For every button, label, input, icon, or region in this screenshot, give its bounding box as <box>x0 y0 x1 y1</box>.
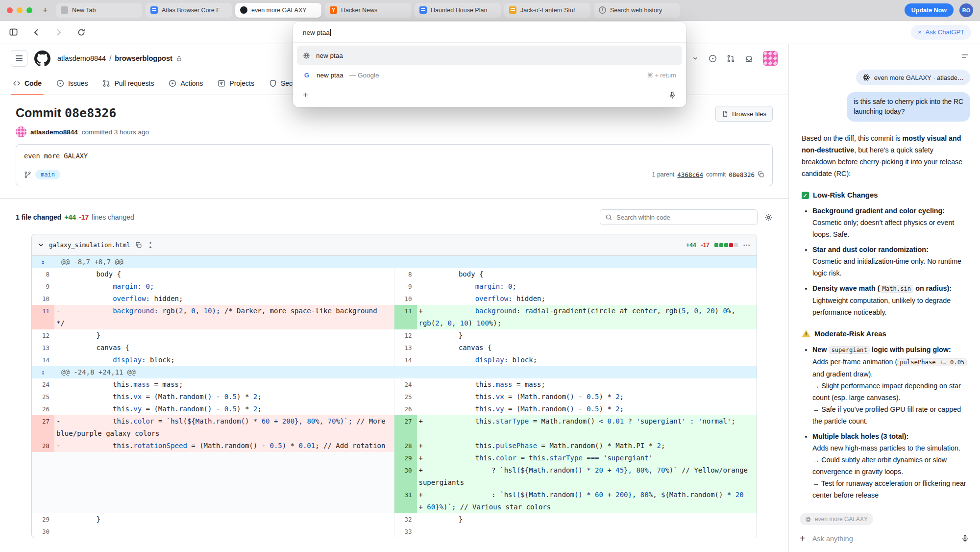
diff-code-cell: } <box>54 513 394 526</box>
diff-line-number: 12 <box>394 329 417 342</box>
kebab-menu-icon[interactable]: ⋯ <box>743 241 751 250</box>
diff-code-cell: } <box>54 329 394 342</box>
doc-yellow-favicon <box>509 6 516 14</box>
close-icon[interactable]: × <box>918 28 922 36</box>
diff-line-number: 11 <box>394 305 417 329</box>
diff-hunk-row: ↕@@ -8,7 +8,7 @@ <box>32 256 757 268</box>
commit-meta: 1 parent 4368c64 commit 08e8326 <box>652 171 764 178</box>
files-changed: 1 file changed <box>16 213 61 221</box>
diff-code-cell: this.vx = (Math.random() - 0.5) * 2; <box>417 391 757 403</box>
diff-code-cell: + this.pulsePhase = Math.random() * Math… <box>417 440 757 452</box>
sidebar-options-icon[interactable] <box>961 52 969 60</box>
diff-row: 30+ ? `hsl(${Math.random() * 20 + 45}, 8… <box>32 464 757 489</box>
browser-tab-haunted-house-plan[interactable]: Haunted House Plan <box>415 3 501 18</box>
chevron-down-icon[interactable] <box>692 55 699 62</box>
expand-hunk-button[interactable]: ↕ <box>32 366 54 378</box>
forward-icon[interactable] <box>54 28 63 37</box>
tab-issues[interactable]: Issues <box>50 72 94 95</box>
browser-tab-atlas-browser-core-e[interactable]: Atlas Browser Core E <box>146 3 232 18</box>
browser-tab-search-web-history[interactable]: Search web history <box>594 3 680 18</box>
profile-avatar[interactable]: RO <box>959 3 973 17</box>
copy-sha-icon[interactable] <box>758 171 764 178</box>
suggestion-row[interactable]: new ptaa <box>297 46 682 65</box>
diff-code-cell: margin: 0; <box>54 280 394 293</box>
expand-hunk-button[interactable]: ↕ <box>32 256 54 268</box>
sidebar-toggle-icon[interactable] <box>9 27 18 37</box>
minimize-window-button[interactable] <box>17 7 23 13</box>
file-name[interactable]: galaxy_simulation.html <box>49 241 130 249</box>
diff-code-cell: this.mass = mass; <box>54 378 394 391</box>
copy-path-icon[interactable] <box>135 242 142 249</box>
file-header: galaxy_simulation.html +44 -17 ⋯ <box>32 234 757 256</box>
search-icon <box>605 214 612 221</box>
diff-code-cell: body { <box>417 268 757 280</box>
diff-row: 29+ this.color = this.starType === 'supe… <box>32 452 757 464</box>
check-icon <box>802 192 809 199</box>
browser-tab-jack-o-lantern-stuf[interactable]: Jack-o'-Lantern Stuf <box>504 3 590 18</box>
update-now-button[interactable]: Update Now <box>905 3 954 17</box>
code-search-input[interactable] <box>616 214 752 221</box>
author-name[interactable]: atlasdemo8844 <box>30 128 78 136</box>
diff-line-number: 8 <box>394 268 417 280</box>
composer-context-chip[interactable]: even more GALAXY <box>800 513 873 525</box>
pull-request-icon[interactable] <box>727 54 735 63</box>
branch-badge[interactable]: main <box>35 170 60 179</box>
diff-row: 29 }32 } <box>32 513 757 526</box>
browser-tab-hacker-news[interactable]: Hacker News <box>325 3 411 18</box>
gear-icon[interactable] <box>764 213 773 222</box>
add-icon[interactable]: + <box>303 90 308 100</box>
diff-line-number: 29 <box>394 452 417 464</box>
hn-favicon <box>330 6 337 14</box>
tab-actions[interactable]: Actions <box>163 72 209 95</box>
inbox-icon[interactable] <box>745 54 753 63</box>
breadcrumb-repo[interactable]: browserblogpost <box>115 54 172 62</box>
tab-code[interactable]: Code <box>7 72 48 95</box>
diff-line-number: 10 <box>394 293 417 305</box>
assistant-response: Based on the diff, this commit is mostly… <box>789 122 980 552</box>
diff-row: 31+ : `hsl(${Math.random() * 60 + 200}, … <box>32 489 757 513</box>
diff-line-number: 28 <box>32 440 54 452</box>
browse-files-button[interactable]: Browse files <box>715 106 773 122</box>
issues-icon[interactable] <box>709 54 717 63</box>
collapse-file-icon[interactable] <box>38 242 44 248</box>
zoom-window-button[interactable] <box>26 7 32 13</box>
ask-chatgpt-button[interactable]: × Ask ChatGPT <box>911 25 971 40</box>
diff-hunk-row: ↕@@ -24,8 +24,11 @@ <box>32 366 757 378</box>
back-icon[interactable] <box>32 28 41 37</box>
diff-line-number <box>32 489 54 513</box>
omnibox-input[interactable]: new ptaa <box>293 22 686 43</box>
commit-title: Commit 08e8326 <box>16 106 116 120</box>
expand-all-icon[interactable] <box>147 242 154 249</box>
diff-code-cell: } <box>417 329 757 342</box>
tab-projects[interactable]: Projects <box>212 72 260 95</box>
browser-tab-new-tab[interactable]: New Tab <box>56 3 142 18</box>
chat-input-row[interactable]: + Ask anything <box>800 533 969 544</box>
diff-row: 13 canvas {13 canvas { <box>32 342 757 354</box>
browser-tab-even-more-galaxy[interactable]: even more GALAXY <box>235 3 321 18</box>
microphone-icon[interactable] <box>668 91 676 99</box>
github-logo[interactable] <box>34 50 50 67</box>
reload-icon[interactable] <box>77 28 86 37</box>
attach-icon[interactable]: + <box>800 533 806 544</box>
diff-code-cell: overflow: hidden; <box>54 293 394 305</box>
breadcrumb: atlasdemo8844 / browserblogpost <box>57 54 182 62</box>
diff-code-cell: margin: 0; <box>417 280 757 293</box>
new-tab-button[interactable]: + <box>39 5 51 16</box>
tab-pull-requests[interactable]: Pull requests <box>97 72 160 95</box>
parent-sha-link[interactable]: 4368c64 <box>677 171 703 178</box>
diff-code-cell: - this.color = `hsl(${Math.random() * 60… <box>54 415 394 440</box>
suggestion-row[interactable]: G new ptaa — Google ⌘ + return <box>297 65 682 85</box>
assistant-sections: Low-Risk ChangesBackground gradient and … <box>802 189 967 501</box>
hamburger-menu-button[interactable] <box>11 50 27 67</box>
code-search-box[interactable] <box>600 209 758 225</box>
author-avatar[interactable] <box>16 126 26 137</box>
chat-input-placeholder[interactable]: Ask anything <box>812 535 954 543</box>
close-window-button[interactable] <box>7 7 13 13</box>
github-avatar[interactable] <box>763 51 778 66</box>
diff-row: 10 overflow: hidden;10 overflow: hidden; <box>32 293 757 305</box>
diff-code-cell <box>54 489 394 513</box>
microphone-icon[interactable] <box>961 534 969 543</box>
breadcrumb-owner[interactable]: atlasdemo8844 <box>57 54 106 62</box>
chatgpt-icon <box>862 74 870 81</box>
page-context-chip[interactable]: even more GALAXY · atlasde… <box>856 70 970 85</box>
